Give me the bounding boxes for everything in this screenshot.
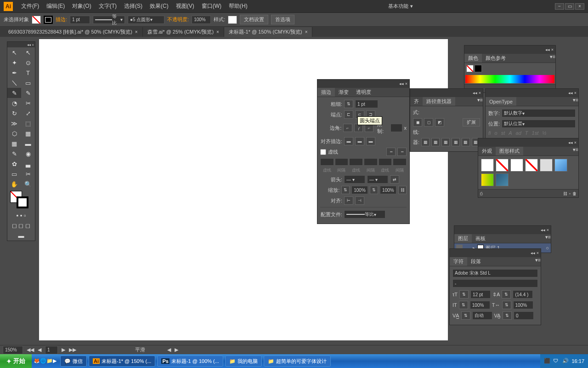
trim-button[interactable]: ▦ xyxy=(431,138,440,146)
swap-arrows-button[interactable]: ⇄ xyxy=(390,175,399,184)
menu-effect[interactable]: 效果(C) xyxy=(146,2,172,10)
menu-view[interactable]: 视图(V) xyxy=(172,2,198,10)
artboard-number[interactable] xyxy=(45,346,58,354)
link-icon[interactable]: ⛓ xyxy=(563,191,567,196)
panel-menu-icon[interactable]: ▾≡ xyxy=(573,97,578,106)
stroke-profile-dropdown[interactable]: 等比 ▾ xyxy=(344,210,385,218)
graphic-style-swatch[interactable] xyxy=(540,159,553,172)
tray-icon[interactable]: 🔊 xyxy=(562,358,569,364)
color-mode[interactable]: ▪ ▪ ▫ xyxy=(7,210,35,220)
tab-transparency[interactable]: 透明度 xyxy=(352,88,375,97)
arrow-align-a[interactable]: ⊢ xyxy=(344,196,353,205)
vertical-scale-field[interactable] xyxy=(470,301,490,309)
dash-align-a[interactable]: ┅ xyxy=(386,148,396,156)
menu-file[interactable]: 文件(F) xyxy=(17,2,43,10)
tab-gradient[interactable]: 渐变 xyxy=(335,88,352,97)
quicklaunch-icon[interactable]: 📁 xyxy=(46,358,53,364)
font-style-select[interactable]: - xyxy=(452,279,538,288)
preferences-button[interactable]: 首选项 xyxy=(271,15,294,24)
tab-pathfinder[interactable]: 路径查找器 xyxy=(423,97,455,106)
taskbar-item[interactable]: 💬微信 xyxy=(60,356,87,367)
symbol-sprayer-tool[interactable]: ✿ xyxy=(7,159,21,169)
align-center-button[interactable]: ▬ xyxy=(344,137,353,145)
direct-selection-tool[interactable]: ↖ xyxy=(21,47,35,58)
menu-object[interactable]: 对象(O) xyxy=(68,2,95,10)
delete-button[interactable]: 🗑 xyxy=(572,191,577,196)
leading-field[interactable] xyxy=(513,290,533,299)
graphic-style-swatch[interactable] xyxy=(481,159,494,172)
panel-header[interactable]: ◂◂ × xyxy=(454,226,551,234)
tracking-field[interactable] xyxy=(514,311,534,320)
eraser-tool[interactable]: ✂ xyxy=(21,98,35,108)
magic-wand-tool[interactable]: ✦ xyxy=(7,58,21,68)
panel-header[interactable]: ◂◂ × xyxy=(317,80,409,88)
scale-tool[interactable]: ⤢ xyxy=(21,108,35,118)
artboard-prev[interactable]: ◀◀ xyxy=(27,347,34,353)
target-icon[interactable]: ○ xyxy=(546,245,549,251)
stepper[interactable]: ⇅ xyxy=(344,100,353,108)
align-inside-button[interactable]: ▬ xyxy=(355,137,364,145)
column-graph-tool[interactable]: ▃ xyxy=(21,159,35,169)
artboard-next-one[interactable]: ▶ xyxy=(62,347,65,353)
panel-menu-icon[interactable]: ▾≡ xyxy=(477,97,483,106)
stepper[interactable]: ⇅ xyxy=(503,311,512,320)
shape-builder-tool[interactable]: ⬡ xyxy=(7,128,21,138)
brush-select[interactable]: ● 5 点圆形 ▾ xyxy=(128,16,164,24)
artboard-next[interactable]: ▶▶ xyxy=(69,347,76,353)
stepper[interactable]: ⇅ xyxy=(459,290,469,299)
arrow-end-select[interactable]: — ▾ xyxy=(367,175,388,184)
tab-stroke[interactable]: 描边 xyxy=(317,88,335,97)
merge-button[interactable]: ▦ xyxy=(441,138,450,146)
kerning-field[interactable] xyxy=(472,311,492,320)
pencil-tool[interactable]: ✎ xyxy=(21,88,35,98)
document-tab-active[interactable]: 未标题-1* @ 150% (CMYK/预览)× xyxy=(224,27,313,37)
arrow-start-select[interactable]: — ▾ xyxy=(344,175,365,184)
graphic-style-swatch[interactable] xyxy=(510,159,523,172)
mesh-tool[interactable]: ▦ xyxy=(7,138,21,149)
align-outside-button[interactable]: ▬ xyxy=(366,137,375,145)
stroke-indicator[interactable] xyxy=(475,65,482,72)
start-button[interactable]: ✦开始 xyxy=(0,354,32,368)
divide-button[interactable]: ▦ xyxy=(421,138,430,146)
dash-field[interactable] xyxy=(379,158,392,166)
color-spectrum[interactable] xyxy=(465,75,554,83)
graphic-style-swatch[interactable] xyxy=(496,173,509,186)
rotate-tool[interactable]: ↻ xyxy=(7,108,21,118)
zoom-field[interactable] xyxy=(3,346,23,354)
toolbox-header[interactable]: ◂◂ × xyxy=(7,42,35,47)
cap-butt-button[interactable]: ⊏ xyxy=(344,110,353,119)
stroke-profile-select[interactable]: 等比 ▾ xyxy=(93,16,125,24)
stepper[interactable]: ⇅ xyxy=(461,311,470,320)
tab-graphic-styles[interactable]: 图形样式 xyxy=(496,147,523,155)
menu-select[interactable]: 选择(S) xyxy=(120,2,146,10)
stepper[interactable]: ⇅ xyxy=(341,186,350,194)
stroke-weight-field[interactable] xyxy=(355,100,378,108)
opacity-input[interactable] xyxy=(192,16,211,24)
document-tab[interactable]: 森雪.ai* @ 25% (CMYK/预览)× xyxy=(143,27,224,37)
lasso-tool[interactable]: ⊙ xyxy=(21,58,35,68)
tray-icon[interactable]: ⬛ xyxy=(544,358,550,364)
unite-button[interactable]: ◼ xyxy=(413,118,422,126)
intersect-button[interactable]: ◩ xyxy=(435,118,444,126)
position-select[interactable]: 默认位置 ▾ xyxy=(502,120,576,128)
document-tab[interactable]: 6693037899232528843 [转换].ai* @ 50% (CMYK… xyxy=(4,27,143,37)
menu-edit[interactable]: 编辑(E) xyxy=(43,2,68,10)
menu-window[interactable]: 窗口(W) xyxy=(198,2,225,10)
taskbar-item[interactable]: 📁超简单的可爱字体设计 xyxy=(264,356,331,367)
digits-select[interactable]: 默认数字 ▾ xyxy=(502,109,576,117)
blend-tool[interactable]: ◉ xyxy=(21,149,35,159)
scroll-left[interactable]: ◀ xyxy=(167,347,171,353)
quicklaunch-icon[interactable]: 🌐 xyxy=(40,358,46,364)
style-swatch[interactable] xyxy=(228,16,237,24)
fill-indicator[interactable] xyxy=(466,65,474,72)
pen-tool[interactable]: ✒ xyxy=(7,68,21,78)
quicklaunch-icon[interactable]: 🦊 xyxy=(34,358,40,364)
expand-button[interactable]: 扩展 xyxy=(463,118,480,126)
menu-type[interactable]: 文字(T) xyxy=(95,2,120,10)
selection-tool[interactable]: ↖ xyxy=(7,47,21,58)
arrow-align-b[interactable]: ⊣ xyxy=(355,196,364,205)
tab-artboards[interactable]: 画板 xyxy=(472,234,489,243)
window-maximize[interactable]: ▭ xyxy=(565,3,574,10)
stroke-weight-input[interactable] xyxy=(70,16,90,24)
close-icon[interactable]: × xyxy=(305,29,308,34)
